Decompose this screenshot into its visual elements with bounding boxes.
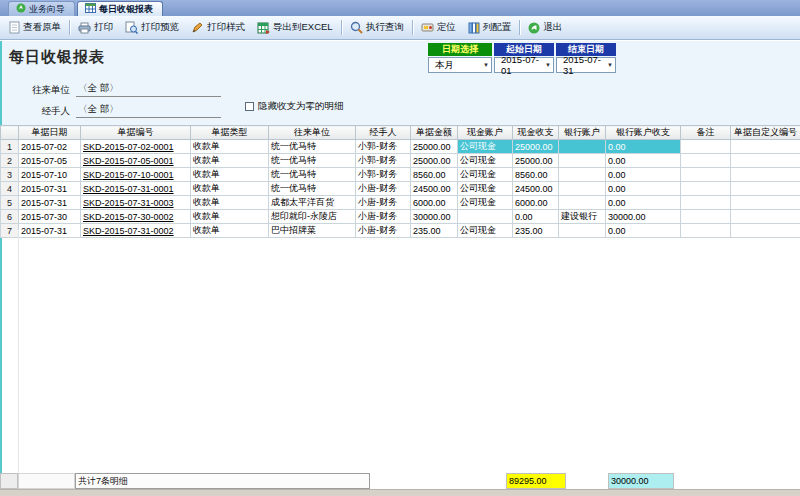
cell-unit: 成都太平洋百货 [269,196,356,210]
chevron-down-icon: ▼ [545,62,551,68]
cell-handler: 小唐-财务 [356,224,411,238]
locate-icon [421,22,434,33]
run-query-button[interactable]: 执行查询 [344,18,410,38]
content-area: 每日收银报表 日期选择 起始日期 结束日期 本月 ▼ 2015-07-01 ▼ … [0,41,800,496]
grid-guide-line [18,230,19,473]
tab-strip: 业务向导 每日收银报表 [0,0,800,16]
cell-cash_acct: 公司现金 [458,140,513,154]
col-header-note[interactable]: 备注 [681,126,731,140]
cell-type: 收款单 [191,168,269,182]
table-row[interactable]: 52015-07-31SKD-2015-07-31-0003收款单成都太平洋百货… [1,196,800,210]
row-number: 5 [1,196,19,210]
cell-type: 收款单 [191,224,269,238]
cell-bank_flow: 0.00 [606,182,681,196]
row-number: 4 [1,182,19,196]
cell-cash_acct: 公司现金 [458,224,513,238]
cell-no[interactable]: SKD-2015-07-02-0001 [81,140,191,154]
filters: 往来单位 〈全 部〉 经手人 〈全 部〉 [18,82,221,124]
cell-note [681,224,731,238]
handler-filter-label: 经手人 [18,105,70,118]
end-date-value: 2015-07-31 [563,54,607,76]
cell-amount: 24500.00 [411,182,458,196]
print-button[interactable]: 打印 [72,18,119,38]
export-excel-button[interactable]: 导出到EXCEL [251,18,339,38]
col-header-custom[interactable]: 单据自定义编号 [731,126,800,140]
cell-no[interactable]: SKD-2015-07-31-0003 [81,196,191,210]
cell-unit: 统一优马特 [269,168,356,182]
row-number: 7 [1,224,19,238]
cell-unit: 统一优马特 [269,182,356,196]
end-date-dropdown[interactable]: 2015-07-31 ▼ [556,57,616,73]
row-number: 2 [1,154,19,168]
column-config-button[interactable]: 列配置 [462,18,518,38]
row-number: 1 [1,140,19,154]
cell-date: 2015-07-31 [19,224,81,238]
print-icon [78,22,91,34]
table-row[interactable]: 32015-07-10SKD-2015-07-10-0001收款单统一优马特小郭… [1,168,800,182]
tab-daily-cashier-report[interactable]: 每日收银报表 [77,1,163,16]
col-header-unit[interactable]: 往来单位 [269,126,356,140]
cell-date: 2015-07-30 [19,210,81,224]
date-selector-values: 本月 ▼ 2015-07-01 ▼ 2015-07-31 ▼ [428,56,618,73]
print-preview-button[interactable]: 打印预览 [119,18,185,38]
date-mode-dropdown[interactable]: 本月 ▼ [428,57,492,73]
print-style-button[interactable]: 打印样式 [185,18,251,38]
handler-filter-field[interactable]: 〈全 部〉 [76,103,221,118]
table-row[interactable]: 72015-07-31SKD-2015-07-31-0002收款单巴中招牌菜小唐… [1,224,800,238]
cell-no[interactable]: SKD-2015-07-31-0002 [81,224,191,238]
col-header-cash_flow[interactable]: 现金收支 [513,126,559,140]
toolbar-separator [341,20,342,35]
cell-bank_flow: 30000.00 [606,210,681,224]
page-title: 每日收银报表 [9,48,105,67]
cell-bank_flow: 0.00 [606,168,681,182]
col-header-amount[interactable]: 单据金额 [411,126,458,140]
export-excel-icon [257,22,270,34]
col-header-bank_acct[interactable]: 银行账户 [559,126,606,140]
table-row[interactable]: 62015-07-30SKD-2015-07-30-0002收款单想印就印-永陵… [1,210,800,224]
table-row[interactable]: 42015-07-31SKD-2015-07-31-0001收款单统一优马特小唐… [1,182,800,196]
cell-cash_acct: 公司现金 [458,182,513,196]
tool-label: 退出 [543,21,562,34]
cell-date: 2015-07-02 [19,140,81,154]
cell-type: 收款单 [191,210,269,224]
cell-type: 收款单 [191,154,269,168]
cell-no[interactable]: SKD-2015-07-30-0002 [81,210,191,224]
cell-custom [731,182,800,196]
tab-business-wizard[interactable]: 业务向导 [8,1,75,16]
cell-unit: 巴中招牌菜 [269,224,356,238]
report-grid: 单据日期单据编号单据类型往来单位经手人单据金额现金账户现金收支银行账户银行账户收… [0,125,800,238]
table-row[interactable]: 22015-07-05SKD-2015-07-05-0001收款单统一优马特小郭… [1,154,800,168]
view-original-button[interactable]: 查看原单 [3,18,67,38]
cell-custom [731,154,800,168]
date-mode-value: 本月 [435,59,454,72]
col-header-handler[interactable]: 经手人 [356,126,411,140]
cell-amount: 30000.00 [411,210,458,224]
cell-cash_acct: 公司现金 [458,168,513,182]
cell-custom [731,196,800,210]
cell-no[interactable]: SKD-2015-07-05-0001 [81,154,191,168]
col-header-date[interactable]: 单据日期 [19,126,81,140]
cell-custom [731,210,800,224]
cell-no[interactable]: SKD-2015-07-31-0001 [81,182,191,196]
cell-handler: 小郭-财务 [356,154,411,168]
exit-button[interactable]: 退出 [522,18,568,38]
start-date-dropdown[interactable]: 2015-07-01 ▼ [494,57,554,73]
cell-cash_acct: 公司现金 [458,196,513,210]
cell-custom [731,140,800,154]
date-selector: 日期选择 起始日期 结束日期 本月 ▼ 2015-07-01 ▼ 2015-07… [428,43,618,73]
locate-button[interactable]: 定位 [415,18,462,38]
unit-filter-field[interactable]: 〈全 部〉 [76,82,221,97]
cell-cash_acct [458,210,513,224]
col-header-bank_flow[interactable]: 银行账户收支 [606,126,681,140]
col-header-cash_acct[interactable]: 现金账户 [458,126,513,140]
col-header-no[interactable]: 单据编号 [81,126,191,140]
hide-zero-checkbox[interactable] [245,102,254,111]
row-number-header [1,126,19,140]
col-header-type[interactable]: 单据类型 [191,126,269,140]
cell-bank_acct [559,140,606,154]
tool-label: 列配置 [483,21,512,34]
cell-unit: 想印就印-永陵店 [269,210,356,224]
cell-type: 收款单 [191,182,269,196]
cell-no[interactable]: SKD-2015-07-10-0001 [81,168,191,182]
table-row[interactable]: 12015-07-02SKD-2015-07-02-0001收款单统一优马特小郭… [1,140,800,154]
